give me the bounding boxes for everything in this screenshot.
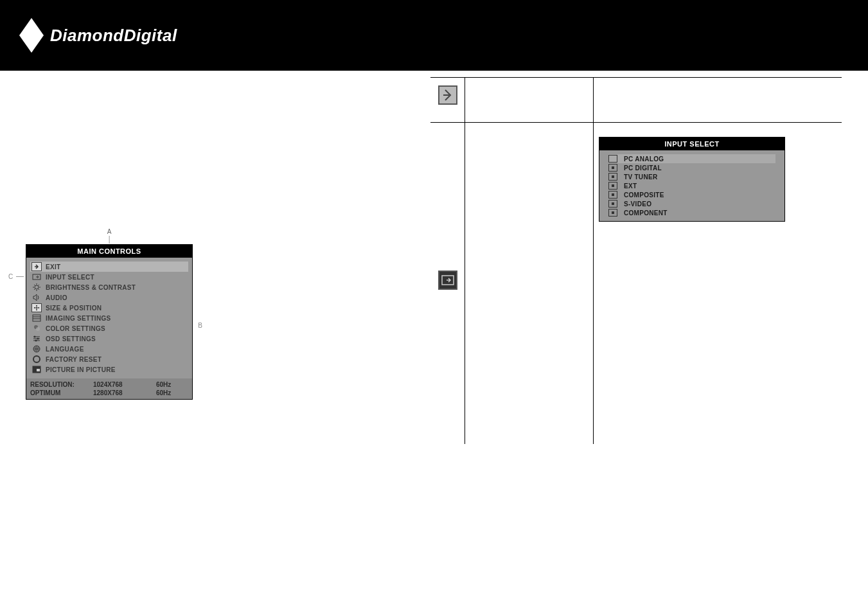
menu-item-exit[interactable]: EXIT (30, 262, 188, 272)
input-option-icon (608, 191, 617, 199)
menu-item-pip[interactable]: PICTURE IN PICTURE (30, 364, 188, 375)
input-label: TV TUNER (624, 173, 657, 181)
menu-item-audio[interactable]: AUDIO (30, 292, 188, 303)
menu-label: SIZE & POSITION (46, 305, 102, 312)
callout-marker-c: C (8, 273, 13, 280)
input-label: PC DIGITAL (624, 164, 662, 172)
input-option-icon (608, 173, 617, 181)
main-controls-footer: RESOLUTION: 1024X768 60Hz OPTIMUM 1280X7… (26, 378, 192, 399)
menu-item-imaging[interactable]: IMAGING SETTINGS (30, 313, 188, 323)
input-option-icon (608, 155, 617, 163)
description-table: INPUT SELECT PC ANALOG PC DIGITAL TV TUN… (430, 77, 842, 444)
input-option-icon (608, 209, 617, 217)
resolution-value: 1024X768 (93, 381, 156, 388)
audio-icon (31, 293, 42, 302)
menu-label: AUDIO (46, 294, 67, 301)
menu-label: BRIGHTNESS & CONTRAST (46, 284, 136, 291)
input-item-pc-analog[interactable]: PC ANALOG (608, 154, 775, 163)
optimum-hz: 60Hz (156, 389, 188, 396)
svg-point-6 (37, 338, 39, 340)
table-cell-input-desc: INPUT SELECT PC ANALOG PC DIGITAL TV TUN… (594, 123, 842, 444)
table-icon-cell-input (430, 123, 465, 444)
input-option-icon (608, 182, 617, 190)
menu-label: IMAGING SETTINGS (46, 315, 111, 322)
input-select-list: PC ANALOG PC DIGITAL TV TUNER EXT COMPOS… (599, 150, 784, 221)
svg-rect-2 (33, 315, 40, 321)
color-icon (31, 324, 42, 333)
input-label: EXT (624, 182, 637, 190)
menu-label: FACTORY RESET (46, 356, 102, 363)
factory-reset-icon (31, 355, 42, 364)
input-item-component[interactable]: COMPONENT (608, 208, 775, 217)
table-icon-cell-exit (430, 78, 465, 123)
input-option-icon (608, 164, 617, 172)
input-select-title: INPUT SELECT (599, 138, 784, 150)
menu-item-factory-reset[interactable]: FACTORY RESET (30, 354, 188, 364)
input-label: COMPOSITE (624, 191, 664, 199)
table-cell-input-name (465, 123, 594, 444)
main-controls-title: MAIN CONTROLS (26, 245, 192, 258)
input-option-icon (608, 200, 617, 208)
menu-label: LANGUAGE (46, 346, 84, 353)
diamond-logo-icon (19, 18, 44, 53)
svg-point-9 (33, 356, 40, 362)
menu-label: COLOR SETTINGS (46, 325, 105, 332)
menu-label: OSD SETTINGS (46, 335, 96, 342)
main-controls-panel: A B C MAIN CONTROLS EXIT INPUT SELECT BR… (26, 244, 193, 400)
optimum-label: OPTIMUM (30, 389, 93, 396)
input-select-icon (31, 272, 42, 281)
input-select-panel: INPUT SELECT PC ANALOG PC DIGITAL TV TUN… (599, 137, 785, 222)
input-item-pc-digital[interactable]: PC DIGITAL (608, 163, 775, 172)
input-select-icon-large (438, 271, 457, 290)
svg-point-7 (35, 340, 37, 342)
size-position-icon (31, 303, 42, 312)
menu-label: INPUT SELECT (46, 274, 94, 281)
callout-marker-b: B (198, 322, 202, 329)
brightness-icon (31, 283, 42, 292)
svg-rect-11 (37, 369, 40, 371)
input-item-tv-tuner[interactable]: TV TUNER (608, 172, 775, 181)
input-label: S-VIDEO (624, 200, 651, 208)
menu-item-input-select[interactable]: INPUT SELECT (30, 272, 188, 282)
callout-marker-a: A (107, 228, 112, 235)
exit-icon (31, 262, 42, 271)
brand-text: DiamondDigital (50, 26, 177, 46)
resolution-label: RESOLUTION: (30, 381, 93, 388)
menu-item-osd[interactable]: OSD SETTINGS (30, 333, 188, 344)
menu-label: PICTURE IN PICTURE (46, 366, 116, 373)
table-cell-exit-desc (594, 78, 842, 123)
menu-item-language[interactable]: LANGUAGE (30, 344, 188, 354)
input-label: PC ANALOG (624, 155, 664, 163)
osd-settings-icon (31, 334, 42, 343)
pip-icon (31, 365, 42, 374)
input-item-ext[interactable]: EXT (608, 181, 775, 190)
input-item-composite[interactable]: COMPOSITE (608, 190, 775, 199)
svg-point-4 (36, 327, 40, 331)
menu-label: EXIT (46, 263, 60, 271)
optimum-value: 1280X768 (93, 389, 156, 396)
svg-point-5 (34, 336, 36, 338)
menu-item-brightness[interactable]: BRIGHTNESS & CONTRAST (30, 282, 188, 292)
menu-item-size-position[interactable]: SIZE & POSITION (30, 303, 188, 313)
menu-item-color[interactable]: COLOR SETTINGS (30, 323, 188, 333)
imaging-icon (31, 314, 42, 323)
input-item-s-video[interactable]: S-VIDEO (608, 199, 775, 208)
exit-icon-large (438, 85, 457, 105)
resolution-hz: 60Hz (156, 381, 188, 388)
language-icon (31, 344, 42, 353)
table-cell-exit-name (465, 78, 594, 123)
main-controls-list: EXIT INPUT SELECT BRIGHTNESS & CONTRAST … (26, 258, 192, 378)
header-band: DiamondDigital (0, 0, 868, 71)
input-label: COMPONENT (624, 209, 668, 217)
svg-point-1 (35, 285, 39, 289)
